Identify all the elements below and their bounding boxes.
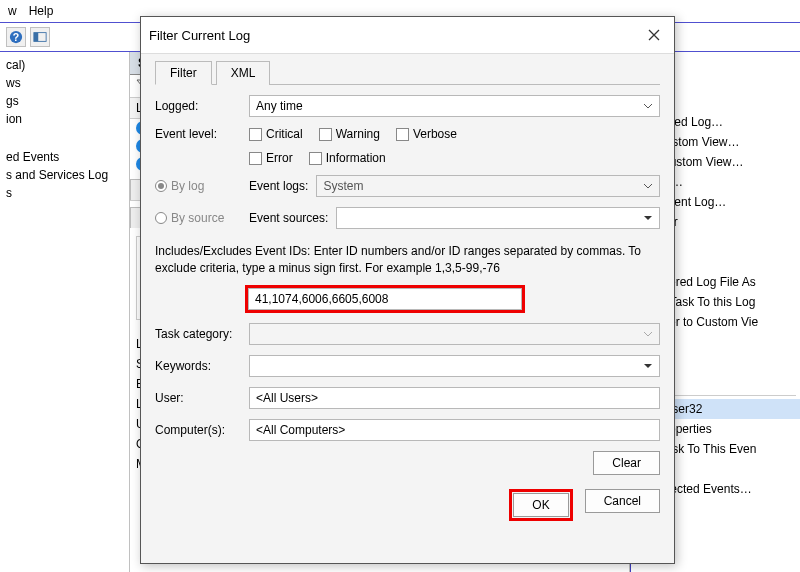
tree-item[interactable]: ed Events xyxy=(6,148,123,166)
chevron-down-icon xyxy=(641,99,655,113)
warning-checkbox[interactable]: Warning xyxy=(319,127,380,141)
task-category-combo[interactable] xyxy=(249,323,660,345)
tree-item[interactable]: s xyxy=(6,184,123,202)
event-logs-label: Event logs: xyxy=(249,179,308,193)
ok-button[interactable]: OK xyxy=(513,493,568,517)
svg-rect-3 xyxy=(34,33,38,42)
event-sources-label: Event sources: xyxy=(249,211,328,225)
ok-highlight: OK xyxy=(509,489,572,521)
event-id-input[interactable]: 41,1074,6006,6605,6008 xyxy=(248,288,522,310)
by-source-radio[interactable]: By source xyxy=(155,211,241,225)
tree-item[interactable]: s and Services Log xyxy=(6,166,123,184)
tree-item[interactable]: ws xyxy=(6,74,123,92)
keywords-label: Keywords: xyxy=(155,359,241,373)
user-input[interactable]: <All Users> xyxy=(249,387,660,409)
event-sources-combo[interactable] xyxy=(336,207,660,229)
error-checkbox[interactable]: Error xyxy=(249,151,293,165)
tab-xml[interactable]: XML xyxy=(216,61,271,85)
svg-text:?: ? xyxy=(13,31,19,43)
event-id-hint: Includes/Excludes Event IDs: Enter ID nu… xyxy=(155,243,660,277)
logged-combo[interactable]: Any time xyxy=(249,95,660,117)
toolbar-view-icon[interactable] xyxy=(30,27,50,47)
event-level-label: Event level: xyxy=(155,127,241,141)
chevron-down-icon xyxy=(641,211,655,225)
chevron-down-icon xyxy=(641,327,655,341)
toolbar-help-icon[interactable]: ? xyxy=(6,27,26,47)
logged-label: Logged: xyxy=(155,99,241,113)
user-label: User: xyxy=(155,391,241,405)
chevron-down-icon xyxy=(641,359,655,373)
menu-help[interactable]: Help xyxy=(29,4,54,18)
task-category-label: Task category: xyxy=(155,327,241,341)
tree-item[interactable]: cal) xyxy=(6,56,123,74)
dialog-title: Filter Current Log xyxy=(149,28,250,43)
filter-log-dialog: Filter Current Log Filter XML Logged: An… xyxy=(140,16,675,564)
clear-button[interactable]: Clear xyxy=(593,451,660,475)
chevron-down-icon xyxy=(641,179,655,193)
tab-filter[interactable]: Filter xyxy=(155,61,212,85)
computers-label: Computer(s): xyxy=(155,423,241,437)
computers-input[interactable]: <All Computers> xyxy=(249,419,660,441)
cancel-button[interactable]: Cancel xyxy=(585,489,660,513)
by-log-radio: By log xyxy=(155,179,241,193)
tree-item[interactable]: ion xyxy=(6,110,123,128)
event-id-highlight: 41,1074,6006,6605,6008 xyxy=(245,285,525,313)
information-checkbox[interactable]: Information xyxy=(309,151,386,165)
close-icon[interactable] xyxy=(642,23,666,47)
event-logs-combo[interactable]: System xyxy=(316,175,660,197)
verbose-checkbox[interactable]: Verbose xyxy=(396,127,457,141)
critical-checkbox[interactable]: Critical xyxy=(249,127,303,141)
tree-pane: cal) ws gs ion ed Events s and Services … xyxy=(0,52,130,572)
menu-view[interactable]: w xyxy=(8,4,17,18)
keywords-combo[interactable] xyxy=(249,355,660,377)
tree-item[interactable]: gs xyxy=(6,92,123,110)
